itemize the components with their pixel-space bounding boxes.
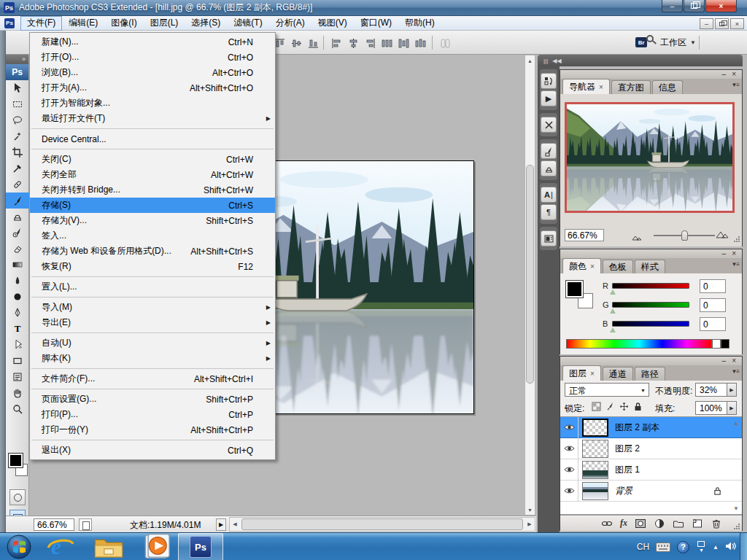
panel-close-icon[interactable]: × — [732, 70, 736, 78]
zoom-tool[interactable] — [6, 401, 29, 417]
layer-thumbnail[interactable] — [582, 440, 608, 458]
layer-name[interactable]: 图层 2 — [615, 443, 640, 455]
tab-layers[interactable]: 图层× — [562, 365, 601, 381]
tab-navigator[interactable]: 导航器× — [562, 79, 610, 94]
spectrum-white-swatch[interactable] — [712, 339, 721, 349]
red-slider-thumb[interactable] — [610, 289, 616, 295]
layer-name[interactable]: 背景 — [615, 485, 632, 497]
lock-all-icon[interactable] — [632, 401, 643, 412]
gradient-tool[interactable] — [6, 257, 29, 273]
red-slider[interactable] — [612, 283, 689, 289]
menu-item-open-as[interactable]: 打开为(A)...Alt+Shift+Ctrl+O — [30, 80, 275, 96]
layer-comps-panel-icon[interactable] — [541, 230, 557, 246]
menu-item-scripts[interactable]: 脚本(K)▶ — [30, 351, 275, 366]
panel-minimize-icon[interactable]: – — [721, 70, 726, 78]
link-layers-icon[interactable] — [601, 518, 613, 529]
quick-mask-button[interactable] — [9, 489, 26, 505]
navigator-preview[interactable] — [565, 102, 735, 213]
distribute-top-icon[interactable] — [380, 36, 393, 50]
adjustment-layer-icon[interactable] — [654, 518, 665, 529]
clone-stamp-tool[interactable] — [6, 209, 29, 225]
distribute-bottom-icon[interactable] — [414, 36, 427, 50]
blue-value-field[interactable]: 0 — [700, 317, 726, 331]
panel-close-icon[interactable]: × — [732, 249, 736, 257]
menu-layer[interactable]: 图层(L) — [144, 16, 185, 31]
actions-panel-icon[interactable]: ▶ — [541, 90, 557, 106]
media-player-icon[interactable] — [142, 535, 172, 559]
move-tool[interactable] — [6, 80, 29, 96]
status-flyout-button[interactable]: ▶ — [216, 518, 226, 531]
menu-item-device-central[interactable]: Device Central... — [30, 131, 275, 147]
tab-channels[interactable]: 通道 — [603, 367, 633, 381]
layer-style-icon[interactable]: fx — [620, 518, 627, 529]
red-value-field[interactable]: 0 — [700, 279, 726, 293]
dock-collapse-icon[interactable]: ◀◀ — [552, 58, 561, 64]
crop-tool[interactable] — [6, 144, 29, 160]
history-brush-tool[interactable] — [6, 225, 29, 241]
blur-tool[interactable] — [6, 273, 29, 289]
hand-tool[interactable] — [6, 385, 29, 401]
tool-presets-panel-icon[interactable] — [541, 117, 557, 133]
vertical-scrollbar[interactable]: ▲ ▼ — [525, 55, 535, 516]
magic-wand-tool[interactable] — [6, 128, 29, 144]
page-preview-icon[interactable] — [79, 518, 92, 531]
notes-tool[interactable] — [6, 369, 29, 385]
lock-transparency-icon[interactable] — [591, 401, 602, 412]
visibility-toggle[interactable] — [560, 459, 578, 481]
zoom-slider-thumb[interactable] — [681, 230, 688, 241]
menu-item-exit[interactable]: 退出(X)Ctrl+Q — [30, 443, 275, 458]
menu-item-file-info[interactable]: 文件简介(F)...Alt+Shift+Ctrl+I — [30, 371, 275, 386]
menu-item-close[interactable]: 关闭(C)Ctrl+W — [30, 152, 275, 167]
doc-minimize-button[interactable]: – — [700, 18, 713, 29]
panel-resize-grip[interactable] — [733, 523, 740, 530]
scroll-up-icon[interactable]: ▲ — [525, 55, 535, 66]
restore-button[interactable] — [684, 0, 705, 12]
layer-thumbnail[interactable] — [582, 461, 608, 479]
spectrum-black-swatch[interactable] — [721, 339, 729, 349]
menu-edit[interactable]: 编辑(E) — [62, 16, 104, 31]
horizontal-scrollbar[interactable]: ◀ ▶ — [229, 517, 535, 532]
panel-menu-icon[interactable]: ▼≡ — [731, 82, 739, 88]
healing-brush-tool[interactable] — [6, 176, 29, 192]
menu-item-close-all[interactable]: 关闭全部Alt+Ctrl+W — [30, 167, 275, 182]
lock-position-icon[interactable] — [619, 401, 630, 412]
volume-icon[interactable] — [725, 541, 737, 553]
menu-file[interactable]: 文件(F) — [20, 16, 62, 31]
align-vcenter-icon[interactable] — [290, 36, 303, 50]
toolbox-collapse-handle[interactable]: » — [6, 55, 28, 64]
green-slider-thumb[interactable] — [610, 308, 616, 314]
menu-item-automate[interactable]: 自动(U)▶ — [30, 335, 275, 351]
menu-item-open-recent[interactable]: 最近打开文件(T)▶ — [30, 111, 275, 126]
show-hidden-icons[interactable]: ▲ — [713, 544, 719, 551]
menu-item-check-in[interactable]: 签入... — [30, 228, 275, 244]
tab-swatches[interactable]: 色板 — [603, 260, 633, 273]
shape-tool[interactable] — [6, 353, 29, 369]
menu-item-save-for-web[interactable]: 存储为 Web 和设备所用格式(D)...Alt+Shift+Ctrl+S — [30, 244, 275, 259]
panel-resize-grip[interactable] — [733, 236, 740, 243]
vertical-scroll-thumb[interactable] — [526, 165, 534, 384]
menu-analysis[interactable]: 分析(A) — [269, 16, 311, 31]
menu-item-export[interactable]: 导出(E)▶ — [30, 315, 275, 330]
panel-minimize-icon[interactable]: – — [721, 357, 726, 365]
character-panel-icon[interactable]: A| — [541, 187, 557, 203]
lock-pixels-icon[interactable] — [605, 401, 616, 412]
minimize-button[interactable]: – — [662, 0, 683, 12]
menu-window[interactable]: 窗口(W) — [354, 16, 398, 31]
blue-slider[interactable] — [612, 321, 689, 327]
history-panel-icon[interactable] — [541, 73, 557, 89]
brush-tool[interactable] — [6, 192, 29, 209]
menu-item-close-and-go-to-bridge[interactable]: 关闭并转到 Bridge...Shift+Ctrl+W — [30, 182, 275, 198]
horizontal-scroll-thumb[interactable] — [241, 518, 523, 530]
green-value-field[interactable]: 0 — [700, 298, 726, 312]
dodge-tool[interactable] — [6, 289, 29, 305]
new-layer-icon[interactable] — [692, 518, 703, 529]
panel-close-icon[interactable]: × — [732, 357, 736, 365]
fill-field[interactable]: 100% — [695, 401, 727, 415]
list-scroll-up-icon[interactable]: ▲ — [733, 420, 739, 427]
panel-minimize-icon[interactable]: – — [721, 249, 726, 257]
menu-item-page-setup[interactable]: 页面设置(G)...Shift+Ctrl+P — [30, 392, 275, 407]
layer-name[interactable]: 图层 2 副本 — [615, 421, 659, 434]
zoom-in-icon[interactable] — [716, 230, 729, 241]
brushes-panel-icon[interactable] — [541, 143, 557, 159]
align-bottom-icon[interactable] — [306, 36, 320, 50]
